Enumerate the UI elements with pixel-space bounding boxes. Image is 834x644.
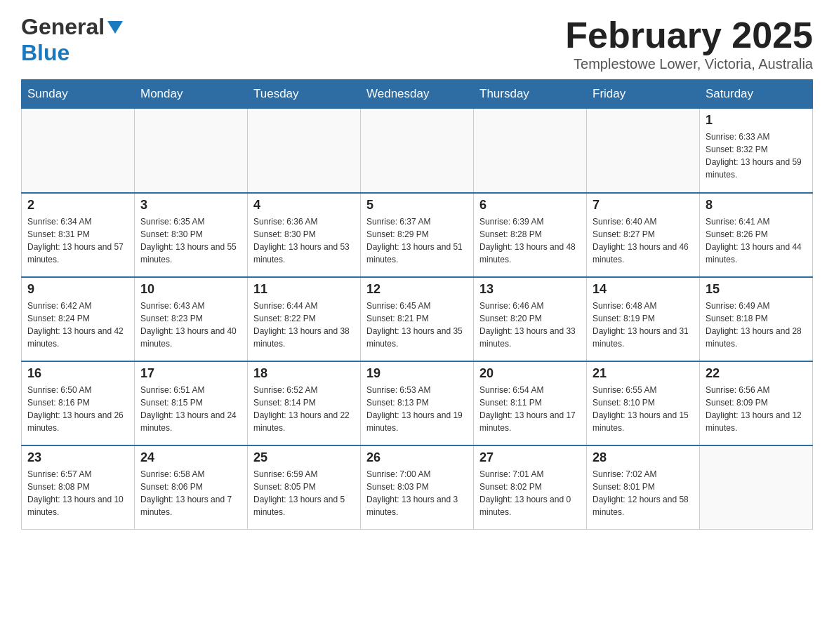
calendar-cell: 24Sunrise: 6:58 AM Sunset: 8:06 PM Dayli…	[135, 445, 248, 530]
calendar-week-row: 23Sunrise: 6:57 AM Sunset: 8:08 PM Dayli…	[22, 445, 813, 530]
calendar-cell	[135, 109, 248, 193]
day-info: Sunrise: 6:56 AM Sunset: 8:09 PM Dayligh…	[706, 384, 807, 434]
day-info: Sunrise: 6:57 AM Sunset: 8:08 PM Dayligh…	[27, 468, 128, 518]
day-info: Sunrise: 6:36 AM Sunset: 8:30 PM Dayligh…	[253, 215, 355, 266]
day-number: 9	[27, 282, 128, 297]
calendar-week-row: 9Sunrise: 6:42 AM Sunset: 8:24 PM Daylig…	[22, 277, 813, 361]
day-info: Sunrise: 7:02 AM Sunset: 8:01 PM Dayligh…	[593, 468, 694, 518]
calendar-cell: 9Sunrise: 6:42 AM Sunset: 8:24 PM Daylig…	[22, 277, 135, 361]
day-info: Sunrise: 6:54 AM Sunset: 8:11 PM Dayligh…	[479, 384, 581, 434]
day-number: 26	[366, 450, 468, 465]
day-number: 28	[593, 450, 694, 465]
calendar-cell: 4Sunrise: 6:36 AM Sunset: 8:30 PM Daylig…	[248, 193, 361, 277]
day-number: 12	[366, 282, 468, 297]
day-number: 14	[593, 282, 694, 297]
calendar-cell: 12Sunrise: 6:45 AM Sunset: 8:21 PM Dayli…	[361, 277, 474, 361]
calendar-cell: 20Sunrise: 6:54 AM Sunset: 8:11 PM Dayli…	[474, 361, 587, 445]
day-info: Sunrise: 6:51 AM Sunset: 8:15 PM Dayligh…	[140, 384, 241, 434]
calendar-cell: 21Sunrise: 6:55 AM Sunset: 8:10 PM Dayli…	[587, 361, 700, 445]
calendar-header-cell: Saturday	[700, 80, 813, 109]
calendar-cell: 11Sunrise: 6:44 AM Sunset: 8:22 PM Dayli…	[248, 277, 361, 361]
calendar-cell: 25Sunrise: 6:59 AM Sunset: 8:05 PM Dayli…	[248, 445, 361, 530]
calendar-cell: 22Sunrise: 6:56 AM Sunset: 8:09 PM Dayli…	[700, 361, 813, 445]
calendar-cell: 10Sunrise: 6:43 AM Sunset: 8:23 PM Dayli…	[135, 277, 248, 361]
calendar-cell: 5Sunrise: 6:37 AM Sunset: 8:29 PM Daylig…	[361, 193, 474, 277]
svg-marker-0	[107, 21, 123, 34]
day-number: 21	[593, 366, 694, 381]
day-number: 17	[140, 366, 241, 381]
calendar-cell: 26Sunrise: 7:00 AM Sunset: 8:03 PM Dayli…	[361, 445, 474, 530]
day-info: Sunrise: 6:46 AM Sunset: 8:20 PM Dayligh…	[479, 300, 581, 350]
day-info: Sunrise: 6:53 AM Sunset: 8:13 PM Dayligh…	[366, 384, 468, 434]
day-info: Sunrise: 6:50 AM Sunset: 8:16 PM Dayligh…	[27, 384, 128, 434]
calendar-cell: 17Sunrise: 6:51 AM Sunset: 8:15 PM Dayli…	[135, 361, 248, 445]
calendar-cell: 18Sunrise: 6:52 AM Sunset: 8:14 PM Dayli…	[248, 361, 361, 445]
calendar-cell: 19Sunrise: 6:53 AM Sunset: 8:13 PM Dayli…	[361, 361, 474, 445]
day-info: Sunrise: 6:58 AM Sunset: 8:06 PM Dayligh…	[140, 468, 241, 518]
page-subtitle: Templestowe Lower, Victoria, Australia	[565, 56, 813, 72]
calendar-cell	[587, 109, 700, 193]
calendar-cell	[22, 109, 135, 193]
calendar-week-row: 2Sunrise: 6:34 AM Sunset: 8:31 PM Daylig…	[22, 193, 813, 277]
calendar-week-row: 1Sunrise: 6:33 AM Sunset: 8:32 PM Daylig…	[22, 109, 813, 193]
day-info: Sunrise: 7:01 AM Sunset: 8:02 PM Dayligh…	[479, 468, 581, 518]
day-number: 13	[479, 282, 581, 297]
day-number: 11	[253, 282, 355, 297]
calendar-cell: 27Sunrise: 7:01 AM Sunset: 8:02 PM Dayli…	[474, 445, 587, 530]
calendar-cell: 8Sunrise: 6:41 AM Sunset: 8:26 PM Daylig…	[700, 193, 813, 277]
day-number: 18	[253, 366, 355, 381]
day-number: 2	[27, 198, 128, 213]
calendar-cell	[248, 109, 361, 193]
calendar-header-cell: Tuesday	[248, 80, 361, 109]
day-info: Sunrise: 6:39 AM Sunset: 8:28 PM Dayligh…	[479, 215, 581, 266]
page-header: General Blue February 2025 Templestowe L…	[21, 14, 813, 72]
day-info: Sunrise: 6:42 AM Sunset: 8:24 PM Dayligh…	[27, 300, 128, 350]
calendar-header-cell: Sunday	[22, 80, 135, 109]
day-number: 8	[706, 198, 807, 213]
calendar-cell	[474, 109, 587, 193]
day-info: Sunrise: 6:40 AM Sunset: 8:27 PM Dayligh…	[593, 215, 694, 266]
day-number: 1	[706, 113, 807, 128]
day-number: 15	[706, 282, 807, 297]
calendar-cell: 3Sunrise: 6:35 AM Sunset: 8:30 PM Daylig…	[135, 193, 248, 277]
day-number: 19	[366, 366, 468, 381]
calendar-cell: 23Sunrise: 6:57 AM Sunset: 8:08 PM Dayli…	[22, 445, 135, 530]
calendar-cell: 15Sunrise: 6:49 AM Sunset: 8:18 PM Dayli…	[700, 277, 813, 361]
day-info: Sunrise: 6:43 AM Sunset: 8:23 PM Dayligh…	[140, 300, 241, 350]
calendar-header-cell: Monday	[135, 80, 248, 109]
calendar-header-cell: Wednesday	[361, 80, 474, 109]
day-number: 25	[253, 450, 355, 465]
calendar-cell: 2Sunrise: 6:34 AM Sunset: 8:31 PM Daylig…	[22, 193, 135, 277]
day-info: Sunrise: 6:48 AM Sunset: 8:19 PM Dayligh…	[593, 300, 694, 350]
calendar-header-cell: Friday	[587, 80, 700, 109]
calendar-header-cell: Thursday	[474, 80, 587, 109]
calendar-cell: 16Sunrise: 6:50 AM Sunset: 8:16 PM Dayli…	[22, 361, 135, 445]
day-number: 27	[479, 450, 581, 465]
day-info: Sunrise: 7:00 AM Sunset: 8:03 PM Dayligh…	[366, 468, 468, 518]
day-number: 4	[253, 198, 355, 213]
day-number: 5	[366, 198, 468, 213]
calendar-cell	[700, 445, 813, 530]
logo-blue-text: Blue	[21, 40, 70, 65]
day-info: Sunrise: 6:45 AM Sunset: 8:21 PM Dayligh…	[366, 300, 468, 350]
page-title: February 2025	[565, 14, 813, 56]
day-number: 16	[27, 366, 128, 381]
day-info: Sunrise: 6:44 AM Sunset: 8:22 PM Dayligh…	[253, 300, 355, 350]
day-info: Sunrise: 6:52 AM Sunset: 8:14 PM Dayligh…	[253, 384, 355, 434]
day-number: 22	[706, 366, 807, 381]
day-info: Sunrise: 6:35 AM Sunset: 8:30 PM Dayligh…	[140, 215, 241, 266]
day-info: Sunrise: 6:34 AM Sunset: 8:31 PM Dayligh…	[27, 215, 128, 266]
day-number: 7	[593, 198, 694, 213]
calendar-cell: 13Sunrise: 6:46 AM Sunset: 8:20 PM Dayli…	[474, 277, 587, 361]
calendar-cell: 1Sunrise: 6:33 AM Sunset: 8:32 PM Daylig…	[700, 109, 813, 193]
title-block: February 2025 Templestowe Lower, Victori…	[565, 14, 813, 72]
day-info: Sunrise: 6:37 AM Sunset: 8:29 PM Dayligh…	[366, 215, 468, 266]
calendar-cell: 7Sunrise: 6:40 AM Sunset: 8:27 PM Daylig…	[587, 193, 700, 277]
day-info: Sunrise: 6:33 AM Sunset: 8:32 PM Dayligh…	[706, 130, 807, 181]
logo-general-text: General	[21, 14, 105, 40]
calendar-week-row: 16Sunrise: 6:50 AM Sunset: 8:16 PM Dayli…	[22, 361, 813, 445]
logo: General Blue	[21, 14, 123, 66]
day-info: Sunrise: 6:55 AM Sunset: 8:10 PM Dayligh…	[593, 384, 694, 434]
calendar-header: SundayMondayTuesdayWednesdayThursdayFrid…	[22, 80, 813, 109]
calendar-cell: 28Sunrise: 7:02 AM Sunset: 8:01 PM Dayli…	[587, 445, 700, 530]
